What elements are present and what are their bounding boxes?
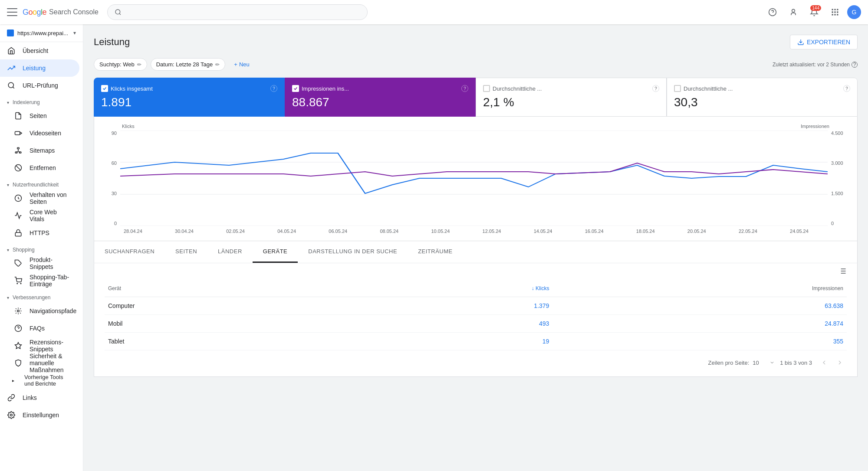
prev-page-button[interactable] — [817, 356, 831, 370]
impressions-computer: 63.638 — [552, 297, 847, 315]
tab-dates[interactable]: ZEITRÄUME — [408, 241, 463, 263]
url-input[interactable] — [122, 9, 360, 16]
sidebar-item-pages[interactable]: Seiten — [0, 107, 79, 124]
sidebar-item-shopping-tab-label: Shopping-Tab-Einträge — [30, 274, 72, 288]
clicks-checkbox[interactable] — [101, 85, 108, 92]
sitemap-icon — [14, 146, 23, 155]
shield-icon — [14, 359, 23, 367]
sidebar-item-cwv[interactable]: Core Web Vitals — [0, 207, 79, 224]
sidebar-item-security-label: Sicherheit & manuelle Maßnahmen — [30, 353, 72, 373]
tab-queries[interactable]: SUCHANFRAGEN — [94, 241, 165, 263]
tabs-container: SUCHANFRAGEN SEITEN LÄNDER GERÄTE DARSTE… — [94, 241, 858, 263]
add-filter-button[interactable]: + Neu — [229, 59, 254, 70]
table-toolbar — [105, 263, 847, 280]
svg-rect-10 — [832, 14, 833, 15]
section-ux[interactable]: ▾ Nutzerfreundlichkeit — [0, 177, 83, 190]
sidebar-item-legacy-tools[interactable]: ▸ Vorherige Tools und Berichte — [0, 372, 79, 387]
sidebar-item-breadcrumbs[interactable]: Navigationspfade — [0, 302, 79, 320]
help-button[interactable] — [764, 3, 781, 21]
sidebar-item-page-experience[interactable]: Verhalten von Seiten — [0, 190, 79, 207]
tab-countries[interactable]: LÄNDER — [207, 241, 253, 263]
svg-rect-12 — [837, 14, 838, 15]
sidebar-item-sitemaps[interactable]: Sitemaps — [0, 142, 79, 159]
export-label: EXPORTIEREN — [807, 39, 850, 46]
sidebar-item-review-snippets[interactable]: Rezensions-Snippets — [0, 337, 79, 354]
section-improvements[interactable]: ▾ Verbesserungen — [0, 289, 83, 302]
site-selector[interactable]: https://www.prepai... ▾ — [0, 24, 83, 42]
tab-pages[interactable]: SEITEN — [165, 241, 207, 263]
svg-rect-8 — [834, 11, 835, 13]
sidebar-item-product-snippets[interactable]: Produkt-Snippets — [0, 255, 79, 272]
notifications-button[interactable]: 144 — [806, 3, 823, 21]
date-range-filter[interactable]: Datum: Letzte 28 Tage ✏ — [151, 58, 226, 71]
header-actions: 144 G — [764, 3, 861, 21]
clicks-tablet: 19 — [363, 333, 552, 350]
section-improvements-label: Verbesserungen — [13, 294, 50, 301]
export-button[interactable]: EXPORTIEREN — [790, 35, 858, 49]
sidebar-item-faqs[interactable]: FAQs — [0, 320, 79, 337]
site-url: https://www.prepai... — [17, 30, 73, 36]
impressions-info-icon[interactable]: ? — [461, 85, 468, 92]
svg-marker-16 — [20, 132, 22, 134]
metric-position-card[interactable]: Durchschnittliche ... ? 30,3 — [667, 78, 858, 117]
sidebar-item-overview[interactable]: Übersicht — [0, 42, 79, 59]
sidebar-item-shopping-tab[interactable]: Shopping-Tab-Einträge — [0, 272, 79, 289]
table-row: Computer 1.379 63.638 — [105, 297, 847, 315]
col-impressions[interactable]: Impressionen — [552, 280, 847, 297]
svg-line-14 — [13, 87, 14, 88]
sidebar-item-removals[interactable]: Entfernen — [0, 159, 79, 177]
section-indexing[interactable]: ▾ Indexierung — [0, 94, 83, 107]
rows-per-page-select[interactable]: 10 25 50 — [753, 360, 766, 366]
section-ux-label: Nutzerfreundlichkeit — [13, 182, 59, 188]
metric-clicks-card[interactable]: Klicks insgesamt ? 1.891 — [94, 78, 285, 117]
tab-devices[interactable]: GERÄTE — [253, 241, 298, 263]
position-checkbox[interactable] — [674, 85, 681, 92]
menu-icon[interactable] — [7, 7, 17, 17]
rows-select-chevron-icon — [769, 360, 775, 365]
ctr-value: 2,1 % — [483, 95, 659, 109]
ctr-info-icon[interactable]: ? — [652, 85, 659, 92]
url-inspection-bar[interactable] — [107, 4, 368, 20]
table-header-row: Gerät ↓ Klicks Impressionen — [105, 280, 847, 297]
sidebar-item-performance[interactable]: Leistung — [0, 59, 79, 77]
sidebar-item-https[interactable]: HTTPS — [0, 224, 79, 242]
pagination: Zeilen pro Seite: 10 25 50 1 bis 3 von 3 — [105, 350, 847, 370]
section-shopping-label: Shopping — [13, 247, 35, 253]
position-info-icon[interactable]: ? — [843, 85, 850, 92]
svg-rect-11 — [834, 14, 835, 15]
impressions-tablet: 355 — [552, 333, 847, 350]
performance-chart — [120, 131, 828, 226]
sidebar-item-video-pages[interactable]: Videoseiten — [0, 124, 79, 142]
metrics-row: Klicks insgesamt ? 1.891 Impressionen in… — [94, 78, 858, 117]
shopping-icon — [14, 276, 23, 285]
y-left-max: 90 — [101, 131, 117, 136]
chart-y-right-label: Impressionen — [801, 124, 829, 129]
metric-impressions-card[interactable]: Impressionen ins... ? 88.867 — [285, 78, 476, 117]
video-icon — [14, 129, 23, 137]
col-clicks[interactable]: ↓ Klicks — [363, 280, 552, 297]
section-shopping[interactable]: ▾ Shopping — [0, 242, 83, 255]
ctr-checkbox[interactable] — [483, 85, 490, 92]
table-row: Mobil 493 24.874 — [105, 315, 847, 333]
sidebar-item-security[interactable]: Sicherheit & manuelle Maßnahmen — [0, 354, 79, 372]
x-label-13: 24.05.24 — [790, 229, 809, 234]
clicks-info-icon[interactable]: ? — [270, 85, 277, 92]
accounts-button[interactable] — [785, 3, 802, 21]
page-header: Leistung EXPORTIEREN — [94, 35, 858, 49]
tab-search-appearance[interactable]: DARSTELLUNG IN DER SUCHE — [298, 241, 408, 263]
table-filter-button[interactable] — [838, 267, 847, 277]
sidebar-item-url-inspection[interactable]: URL-Prüfung — [0, 77, 79, 94]
position-value: 30,3 — [674, 95, 850, 109]
impressions-checkbox[interactable] — [292, 85, 299, 92]
site-favicon-icon — [7, 29, 14, 36]
user-avatar[interactable]: G — [847, 5, 861, 19]
metric-ctr-card[interactable]: Durchschnittliche ... ? 2,1 % — [476, 78, 667, 117]
x-label-5: 08.05.24 — [380, 229, 398, 234]
col-device: Gerät — [105, 280, 363, 297]
x-label-9: 16.05.24 — [585, 229, 604, 234]
svg-rect-7 — [832, 11, 833, 13]
next-page-button[interactable] — [833, 356, 847, 370]
search-type-filter[interactable]: Suchtyp: Web ✏ — [94, 58, 147, 71]
apps-button[interactable] — [826, 3, 844, 21]
add-filter-plus-icon: + — [234, 61, 237, 68]
